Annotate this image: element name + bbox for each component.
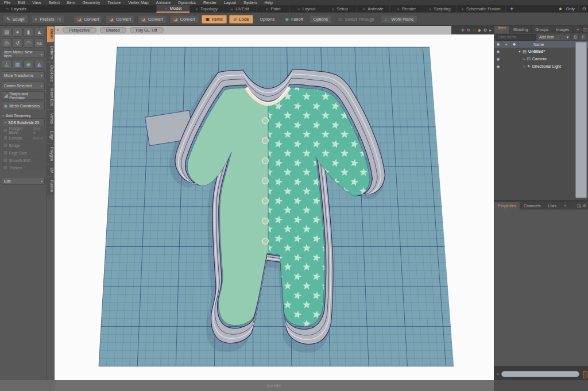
torus-tool-button[interactable]: ◎ — [2, 38, 11, 48]
only-label[interactable]: Only — [566, 6, 574, 11]
cylinder-tool-button[interactable]: ▮ — [24, 28, 33, 37]
convert-button-1[interactable]: ◪ Convert — [73, 15, 103, 24]
vtab-uv[interactable]: UV — [47, 165, 54, 176]
tab-properties[interactable]: Properties — [494, 202, 520, 210]
menu-texture[interactable]: Texture — [107, 0, 121, 5]
viewport-raygl-selector[interactable]: Ray GL: Off — [130, 27, 164, 33]
center-selected-dropdown[interactable]: Center Selected ▾ — [2, 82, 45, 90]
viewport-menu-arrow-icon[interactable]: ▸ — [489, 28, 492, 33]
filter-items-input[interactable] — [496, 34, 536, 41]
tool-polygon-bevel[interactable]: ▧ Polygon Bevel Shift-B — [2, 127, 45, 134]
tab-uvedit[interactable]: ∗UVEdit — [223, 5, 256, 13]
viewport-view-selector[interactable]: Perspective — [63, 27, 96, 33]
eye-icon[interactable]: ◉ — [494, 57, 502, 61]
filter-button[interactable]: F — [580, 34, 587, 41]
menu-layout[interactable]: Layout — [224, 0, 236, 5]
pan-icon[interactable]: ✛ — [461, 28, 465, 33]
3d-viewport[interactable]: Perspective Shaded Ray GL: Off ✛ ↻ ◌ ◆ ⚙… — [55, 26, 494, 380]
spiral-tool-button[interactable]: ↺ — [13, 38, 22, 48]
menu-view[interactable]: View — [32, 0, 41, 5]
action-center-options-button[interactable]: Options — [256, 15, 278, 24]
tool-sds-subdivide[interactable]: ◔ SDS Subdivide 2X — [2, 118, 45, 126]
add-geometry-section[interactable]: ▾ Add Geometry — [2, 114, 45, 118]
item-row-camera[interactable]: ◉ ↳ ⊡ Camera — [494, 55, 588, 63]
item-row-untitled[interactable]: ◉ ▼ ▤ Untitled* — [494, 48, 588, 55]
menu-system[interactable]: System — [243, 0, 257, 5]
paint-tool-button[interactable]: ◉ — [24, 60, 33, 69]
sphere-tool-button[interactable]: ● — [13, 28, 22, 37]
vtab-fusion[interactable]: Fusion — [47, 177, 54, 195]
work-plane-button[interactable]: ∟ Work Plane — [381, 15, 417, 24]
favorites-star-icon[interactable]: ★ — [558, 6, 562, 11]
tab-render[interactable]: ∗Render — [389, 5, 423, 13]
tool-extrude[interactable]: ▧ Extrude Shift-X — [2, 134, 45, 141]
tab-lists[interactable]: Lists — [544, 202, 560, 210]
tab-paint[interactable]: ∗Paint — [256, 5, 289, 13]
menu-select[interactable]: Select — [48, 0, 59, 5]
tab-animate[interactable]: ∗Animate — [356, 5, 389, 13]
viewport-shading-selector[interactable]: Shaded — [100, 27, 126, 33]
text-tool-button[interactable]: A& — [34, 38, 44, 48]
tab-schematic-fusion[interactable]: ∗Schematic Fusion — [456, 5, 505, 13]
orbit-icon[interactable]: ↻ — [467, 28, 470, 33]
vtab-vertex[interactable]: Vertex — [47, 110, 54, 127]
eye-icon[interactable]: ◉ — [494, 64, 502, 69]
popout-icon[interactable]: ◳ — [583, 28, 587, 32]
menu-file[interactable]: File — [4, 0, 10, 5]
convert-button-2[interactable]: ◪ Convert — [105, 15, 135, 24]
workspace-gear-icon[interactable]: ⚙ — [578, 6, 586, 11]
curve-tool-button[interactable]: ◠ — [24, 38, 33, 48]
snaps-precision-button[interactable]: ◢ Snaps and Precision — [2, 91, 45, 100]
item-row-directional-light[interactable]: ◉ ↳ ✶ Directional Light — [494, 63, 588, 70]
menu-item[interactable]: Item — [67, 0, 75, 5]
item-list-scrollbar[interactable] — [575, 42, 587, 198]
pivot-tool-button[interactable]: ◬ — [2, 60, 11, 69]
more-transforms-dropdown[interactable]: More Transforms ▾ — [2, 71, 45, 79]
tab-setup[interactable]: ∗Setup — [323, 5, 356, 13]
command-extra-button[interactable] — [583, 371, 587, 378]
convert-button-3[interactable]: ◪ Convert — [137, 15, 167, 24]
tab-item-list[interactable]: Item ... — [494, 26, 510, 33]
menu-edit[interactable]: Edit — [18, 0, 25, 5]
items-mode-button[interactable]: ▣ Items — [202, 15, 227, 24]
menu-vertex-map[interactable]: Vertex Map — [128, 0, 148, 5]
tab-scripting[interactable]: ∗Scripting — [423, 5, 456, 13]
tool-bridge[interactable]: ▧ Bridge — [2, 142, 45, 149]
layouts-button[interactable]: ⌂ Layouts — [0, 5, 32, 13]
expand-caret-icon[interactable]: ▼ — [517, 50, 523, 53]
tab-images[interactable]: Images — [552, 26, 573, 33]
command-input[interactable] — [501, 371, 579, 377]
viewport-gear-icon[interactable]: ⚙ — [483, 28, 488, 33]
convert-button-4[interactable]: ◪ Convert — [169, 15, 199, 24]
vtab-basic[interactable]: Basic — [47, 26, 54, 42]
add-properties-tab-button[interactable]: + — [560, 202, 570, 210]
menu-dynamics[interactable]: Dynamics — [178, 0, 196, 5]
tool-edge-slice[interactable]: ▧ Edge Slice — [2, 149, 45, 156]
cone-tool-button[interactable]: ▲ — [34, 28, 44, 37]
tool-thicken[interactable]: ▧ Thicken — [2, 164, 45, 171]
vtab-mesh-edit[interactable]: Mesh Edit — [47, 86, 54, 109]
menu-geometry[interactable]: Geometry — [82, 0, 100, 5]
lattice-tool-button[interactable]: ▦ — [13, 60, 22, 69]
tool-smooth-shift[interactable]: ▧ Smooth Shift — [2, 157, 45, 164]
triangulate-tool-button[interactable]: ◭ — [34, 60, 44, 69]
local-action-center-button[interactable]: ⊕ Local — [229, 15, 254, 24]
popout-icon[interactable]: ◳ — [577, 204, 581, 208]
cube-tool-button[interactable]: ▧ — [2, 28, 11, 37]
menu-render[interactable]: Render — [203, 0, 216, 5]
presets-button[interactable]: ◐ Presets F6 — [31, 15, 65, 24]
keyframe-icon[interactable]: ◆ — [478, 28, 481, 33]
zoom-icon[interactable]: ◌ — [473, 28, 475, 33]
tab-channels[interactable]: Channels — [520, 202, 545, 210]
tab-model[interactable]: ∗Model — [156, 5, 189, 13]
panel-gear-icon[interactable]: ⚙ — [583, 204, 586, 208]
solo-button[interactable]: S — [572, 34, 579, 41]
vtab-polygon[interactable]: Polygon — [47, 144, 54, 164]
tab-topology[interactable]: ∗Topology — [189, 5, 223, 13]
viewport-canvas[interactable] — [55, 34, 494, 380]
tab-shading[interactable]: Shading — [510, 26, 532, 33]
mesh-constraints-button[interactable]: ◈ Mesh Constraints — [2, 102, 45, 110]
vtab-duplicate[interactable]: Duplicate — [47, 63, 54, 84]
falloff-button[interactable]: ◉ Falloff — [281, 15, 307, 24]
add-item-dropdown[interactable]: Add Item ▾ — [537, 34, 571, 41]
